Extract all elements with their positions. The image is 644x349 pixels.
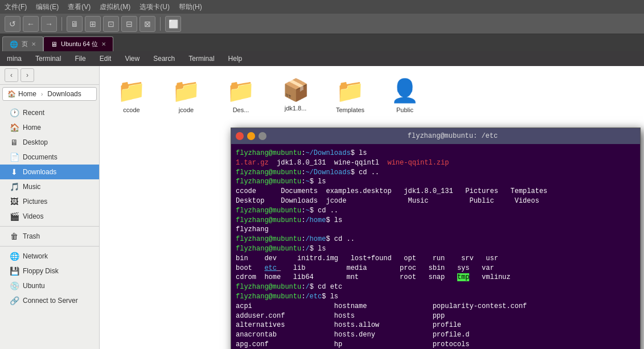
tab-ubuntu-icon: 🖥 <box>51 40 58 48</box>
app-menubar: mina Terminal File Edit View Search Term… <box>0 51 644 66</box>
terminal-line: 1.tar.gz jdk1.8.0_131 wine-qqintl wine-q… <box>236 158 635 168</box>
terminal-line: acpi hostname popularity-contest.conf <box>236 302 635 311</box>
file-item-desktop[interactable]: 📁 Des... <box>218 75 264 116</box>
sidebar-item-connect-label: Connect to Server <box>23 297 78 305</box>
terminal-line: flyzhang@mubuntu:/$ ls <box>236 244 635 254</box>
folder-icon: 📁 <box>227 77 255 104</box>
menu-edit[interactable]: 编辑(E) <box>36 2 59 12</box>
sidebar-item-ubuntu-label: Ubuntu <box>23 282 45 290</box>
sidebar-item-downloads-label: Downloads <box>23 168 56 176</box>
appmenu-search[interactable]: Search <box>151 54 177 64</box>
videos-icon: 🎬 <box>9 212 19 221</box>
sidebar-item-documents[interactable]: 📄 Documents <box>0 150 99 165</box>
sidebar-item-desktop[interactable]: 🖥 Desktop <box>0 135 99 150</box>
sidebar-item-ubuntu[interactable]: 💿 Ubuntu <box>0 278 99 293</box>
downloads-icon: ⬇ <box>9 167 19 176</box>
toolbar-window2[interactable]: ⊡ <box>103 16 119 32</box>
sidebar-item-home-label: Home <box>23 124 41 132</box>
appmenu-mina[interactable]: mina <box>5 54 24 64</box>
file-name: jdk1.8... <box>285 105 307 112</box>
sidebar-forward-btn[interactable]: › <box>20 68 34 82</box>
location-downloads[interactable]: Downloads <box>43 88 85 100</box>
terminal-line: flyzhang@mubuntu:~/Downloads$ ls <box>236 149 635 158</box>
file-item-public[interactable]: 👤 Public <box>382 75 428 116</box>
terminal-line: cdrom home lib64 mnt root snap tmp vmlin… <box>236 273 635 282</box>
toolbar-window5[interactable]: ⬜ <box>165 16 181 32</box>
terminal-line: flyzhang@mubuntu:/etc$ ls <box>236 292 635 302</box>
home-label: Home <box>18 90 36 98</box>
ubuntu-icon: 💿 <box>9 281 19 290</box>
terminal-line: boot etc_ lib media proc sbin sys var <box>236 264 635 273</box>
sidebar-item-documents-label: Documents <box>23 153 58 161</box>
floppy-icon: 💾 <box>9 266 19 276</box>
toolbar-separator2 <box>160 17 161 31</box>
sidebar-item-network[interactable]: 🌐 Network <box>0 249 99 264</box>
appmenu-view[interactable]: View <box>122 54 142 64</box>
menu-help[interactable]: 帮助(H) <box>179 2 202 12</box>
documents-icon: 📄 <box>9 153 19 162</box>
sidebar-item-floppy[interactable]: 💾 Floppy Disk <box>0 264 99 278</box>
file-item-templates[interactable]: 📁 Templates <box>327 75 373 116</box>
top-menubar: 文件(F) 编辑(E) 查看(V) 虚拟机(M) 选项卡(U) 帮助(H) <box>0 0 644 14</box>
tab-page-close[interactable]: ✕ <box>31 41 36 47</box>
sidebar-item-recent[interactable]: 🕐 Recent <box>0 105 99 120</box>
file-name: ccode <box>123 106 140 113</box>
toolbar-forward[interactable]: → <box>41 16 57 32</box>
terminal-close-btn[interactable] <box>236 132 244 140</box>
sidebar-item-desktop-label: Desktop <box>23 138 48 146</box>
location-home[interactable]: 🏠 Home <box>3 88 41 100</box>
terminal-line: anacrontab hosts.deny profile.d <box>236 330 635 340</box>
home-icon: 🏠 <box>7 90 16 98</box>
menu-vm[interactable]: 虚拟机(M) <box>100 2 130 12</box>
tab-page-label: 页 <box>22 40 28 48</box>
sidebar-item-videos-label: Videos <box>23 212 43 220</box>
trash-icon: 🗑 <box>9 232 19 241</box>
sidebar-item-downloads[interactable]: ⬇ Downloads <box>0 165 99 179</box>
tab-page[interactable]: 🌐 页 ✕ <box>2 36 43 51</box>
file-item-jcode[interactable]: 📁 jcode <box>163 75 209 116</box>
sidebar-item-pictures[interactable]: 🖼 Pictures <box>0 194 99 209</box>
appmenu-file[interactable]: File <box>72 54 88 64</box>
menu-view[interactable]: 查看(V) <box>68 2 91 12</box>
sidebar-section-bookmarks: 🕐 Recent 🏠 Home 🖥 Desktop 📄 Documents ⬇ … <box>0 103 99 310</box>
sidebar-item-trash-label: Trash <box>23 232 40 240</box>
desktop-icon: 🖥 <box>9 138 19 147</box>
file-name: Templates <box>336 106 364 113</box>
sidebar-item-connect[interactable]: 🔗 Connect to Server <box>0 293 99 308</box>
tab-ubuntu[interactable]: 🖥 Ubuntu 64 位 ✕ <box>43 36 113 51</box>
toolbar-window3[interactable]: ⊟ <box>121 16 137 32</box>
toolbar-back[interactable]: ← <box>23 16 39 32</box>
terminal-maximize-btn[interactable] <box>259 132 266 140</box>
file-item-jdk[interactable]: 📦 jdk1.8... <box>273 75 318 116</box>
sidebar-item-home[interactable]: 🏠 Home <box>0 120 99 135</box>
sidebar-item-music[interactable]: 🎵 Music <box>0 179 99 194</box>
terminal-line: flyzhang@mubuntu:/$ cd etc <box>236 282 635 292</box>
toolbar-refresh[interactable]: ↺ <box>5 16 20 32</box>
file-item-ccode[interactable]: 📁 ccode <box>109 75 154 116</box>
terminal-minimize-btn[interactable] <box>247 132 255 140</box>
menu-file[interactable]: 文件(F) <box>5 2 27 12</box>
terminal-line: flyzhang@mubuntu:~$ cd .. <box>236 206 635 216</box>
terminal-titlebar: flyzhang@mubuntu: /etc <box>231 128 640 144</box>
toolbar-window1[interactable]: ⊞ <box>85 16 101 32</box>
folder-icon: 📁 <box>336 77 364 104</box>
terminal-title-text: flyzhang@mubuntu: /etc <box>270 132 635 140</box>
terminal-line: ccode Documents examples.desktop jdk1.8.… <box>236 187 635 196</box>
tab-ubuntu-close[interactable]: ✕ <box>101 41 106 47</box>
sidebar-item-trash[interactable]: 🗑 Trash <box>0 229 99 244</box>
terminal-line: adduser.conf hosts ppp <box>236 311 635 321</box>
sidebar-item-videos[interactable]: 🎬 Videos <box>0 209 99 224</box>
appmenu-terminal2[interactable]: Terminal <box>186 54 216 64</box>
terminal-line: flyzhang@mubuntu:~/Downloads$ cd .. <box>236 168 635 178</box>
terminal-body[interactable]: flyzhang@mubuntu:~/Downloads$ ls 1.tar.g… <box>231 144 640 349</box>
appmenu-edit[interactable]: Edit <box>97 54 114 64</box>
archive-icon: 📦 <box>282 77 309 102</box>
toolbar-window4[interactable]: ⊠ <box>140 16 155 32</box>
appmenu-help[interactable]: Help <box>226 54 245 64</box>
appmenu-terminal[interactable]: Terminal <box>33 54 63 64</box>
file-grid: 📁 ccode 📁 jcode 📁 Des... 📦 jdk1.8... 📁 T… <box>100 66 644 125</box>
terminal-line: flyzhang@mubuntu:/home$ ls <box>236 216 635 225</box>
toolbar-screen1[interactable]: 🖥 <box>67 16 83 32</box>
sidebar-back-btn[interactable]: ‹ <box>5 68 18 82</box>
menu-tab[interactable]: 选项卡(U) <box>140 2 170 12</box>
